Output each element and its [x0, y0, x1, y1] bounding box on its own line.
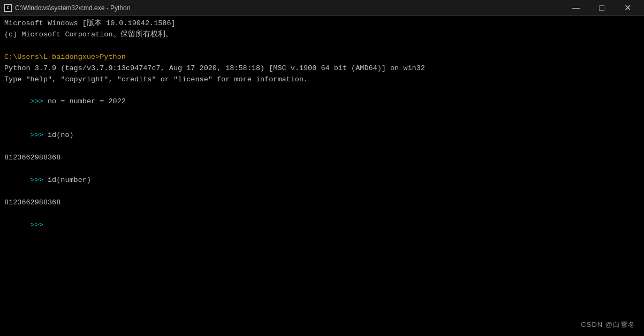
watermark: CSDN @白雪冬: [581, 320, 635, 330]
prompt-code: id(number): [48, 176, 91, 184]
terminal-line: Python 3.7.9 (tags/v3.7.9:13c94747c7, Au…: [4, 63, 640, 74]
terminal-line: C:\Users\L-baidongxue>Python: [4, 52, 640, 63]
terminal-body[interactable]: Microsoft Windows [版本 10.0.19042.1586] (…: [0, 16, 644, 336]
prompt-code: id(no): [48, 131, 74, 139]
terminal-line: >>>: [4, 209, 640, 242]
title-bar-controls: — □ ✕: [564, 0, 640, 16]
minimize-button[interactable]: —: [564, 0, 588, 16]
terminal-line: Microsoft Windows [版本 10.0.19042.1586]: [4, 18, 640, 29]
prompt-arrow: >>>: [31, 97, 48, 105]
terminal-line: (c) Microsoft Corporation。保留所有权利。: [4, 29, 640, 41]
maximize-button[interactable]: □: [589, 0, 614, 16]
prompt-arrow: >>>: [31, 131, 48, 139]
terminal-line: Type "help", "copyright", "credits" or "…: [4, 74, 640, 86]
terminal-output: 8123662988368: [4, 197, 640, 209]
window-title: C:\Windows\system32\cmd.exe - Python: [15, 4, 130, 12]
cmd-icon: C: [4, 4, 12, 12]
terminal-output: 8123662988368: [4, 152, 640, 164]
prompt-arrow: >>>: [31, 176, 48, 184]
window: C C:\Windows\system32\cmd.exe - Python —…: [0, 0, 644, 336]
terminal-line: >>> no = number = 2022: [4, 86, 640, 119]
terminal-line: >>> id(no): [4, 119, 640, 152]
title-bar-left: C C:\Windows\system32\cmd.exe - Python: [4, 4, 130, 12]
title-bar: C C:\Windows\system32\cmd.exe - Python —…: [0, 0, 644, 16]
terminal-line: >>> id(number): [4, 164, 640, 197]
prompt-code: no = number = 2022: [48, 97, 126, 105]
close-button[interactable]: ✕: [615, 0, 640, 16]
cursor: [48, 221, 52, 229]
terminal-line: [4, 41, 640, 52]
prompt-arrow: >>>: [31, 221, 48, 229]
